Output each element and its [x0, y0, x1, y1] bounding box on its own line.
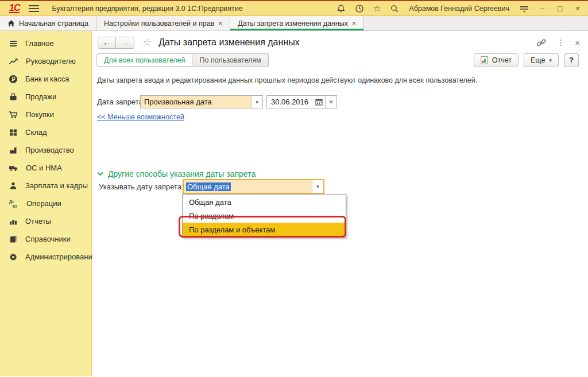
specify-date-row: Указывать дату запрета: Общая дата ▾: [96, 179, 588, 195]
ruble-icon: [9, 75, 18, 84]
gear-icon: [9, 252, 18, 262]
sidebar-item-payroll-hr[interactable]: Зарплата и кадры: [0, 177, 91, 195]
home-icon: [7, 20, 15, 27]
restriction-date-row: Дата запрета: Произвольная дата ▾ 30.06.…: [96, 95, 588, 109]
factory-icon: [9, 146, 18, 155]
date-mode-combobox[interactable]: Произвольная дата ▾: [140, 95, 263, 108]
form-toolbar: Для всех пользователей По пользователям …: [96, 53, 579, 67]
close-tab-icon[interactable]: ×: [218, 20, 222, 28]
less-options-link[interactable]: << Меньше возможностей: [97, 113, 184, 121]
barchart-icon: [9, 217, 18, 226]
window-title: Бухгалтерия предприятия, редакция 3.0 1С…: [52, 5, 242, 13]
description-text: Даты запрета ввода и редактирования данн…: [97, 76, 477, 84]
specify-date-combobox[interactable]: Общая дата ▾: [183, 179, 324, 194]
books-icon: [9, 235, 18, 244]
toggle-by-users[interactable]: По пользователям: [192, 53, 268, 67]
date-input[interactable]: 30.06.2016 ×: [266, 95, 337, 108]
svg-text:Кт: Кт: [13, 204, 17, 208]
truck-icon: [9, 164, 18, 173]
1c-logo: 1С: [9, 3, 20, 13]
service-settings-icon[interactable]: [519, 3, 529, 13]
trend-icon: [9, 57, 18, 66]
more-button[interactable]: Еще ▾: [524, 53, 559, 67]
form-header: ← → ☆ Даты запрета изменения данных ⋮ ×: [98, 36, 580, 49]
kebab-menu-icon[interactable]: ⋮: [556, 38, 564, 47]
clear-date-icon[interactable]: ×: [325, 96, 336, 108]
close-form-icon[interactable]: ×: [575, 38, 580, 48]
notifications-bell-icon[interactable]: [336, 3, 346, 13]
minimize-button[interactable]: –: [537, 4, 547, 13]
chevron-down-icon: ▾: [549, 57, 552, 63]
person-icon: [9, 181, 18, 191]
main-menu-icon[interactable]: [29, 5, 39, 12]
sections-panel: Главное Руководителю Банк и касса Продаж…: [0, 31, 92, 376]
favorites-star-icon[interactable]: ☆: [373, 4, 381, 13]
tab-restriction-dates[interactable]: Даты запрета изменения данных ×: [230, 16, 364, 30]
grid-icon: [9, 128, 18, 137]
sidebar-item-main[interactable]: Главное: [0, 34, 91, 52]
nav-back-button[interactable]: ←: [98, 37, 116, 49]
dtkt-icon: ДтКт: [9, 199, 19, 208]
history-icon[interactable]: [355, 3, 365, 13]
sidebar-item-directories[interactable]: Справочники: [0, 230, 91, 248]
window-titlebar: 1С Бухгалтерия предприятия, редакция 3.0…: [0, 1, 588, 16]
sidebar-item-fixed-assets[interactable]: ОС и НМА: [0, 159, 91, 177]
sidebar-item-reports[interactable]: Отчеты: [0, 212, 91, 230]
sidebar-item-administration[interactable]: Администрирование: [0, 248, 91, 266]
cart-icon: [9, 110, 18, 119]
current-user[interactable]: Абрамов Геннадий Сергеевич: [409, 5, 509, 13]
menu-icon: [9, 39, 18, 48]
report-button[interactable]: Отчет: [474, 53, 519, 67]
sidebar-item-purchases[interactable]: Покупки: [0, 106, 91, 123]
add-favorite-star-icon[interactable]: ☆: [142, 37, 152, 48]
search-icon[interactable]: [389, 3, 399, 13]
dropdown-option[interactable]: Общая дата: [183, 195, 346, 209]
tab-user-settings[interactable]: Настройки пользователей и прав ×: [96, 16, 230, 30]
date-field-label: Дата запрета:: [97, 98, 145, 106]
specify-date-label: Указывать дату запрета:: [99, 182, 184, 191]
form-restriction-dates: ← → ☆ Даты запрета изменения данных ⋮ × …: [92, 31, 588, 376]
chevron-down-icon: [97, 172, 103, 176]
combo-arrow-icon[interactable]: ▾: [251, 96, 262, 108]
page-title: Даты запрета изменения данных: [158, 37, 300, 48]
nav-forward-button[interactable]: →: [116, 37, 134, 49]
selected-text: Общая дата: [186, 182, 231, 191]
get-link-icon[interactable]: [536, 38, 546, 47]
help-button[interactable]: ?: [564, 53, 579, 67]
other-methods-section-header[interactable]: Другие способы указания даты запрета: [97, 169, 256, 178]
report-doc-icon: [481, 56, 488, 64]
sidebar-item-manager[interactable]: Руководителю: [0, 52, 91, 70]
dropdown-option[interactable]: По разделам: [183, 209, 346, 223]
sidebar-item-production[interactable]: Производство: [0, 141, 91, 159]
close-window-button[interactable]: ×: [573, 4, 582, 13]
combo-arrow-icon[interactable]: ▾: [312, 180, 323, 193]
sidebar-item-sales[interactable]: Продажи: [0, 88, 91, 106]
tab-home[interactable]: Начальная страница: [0, 16, 96, 30]
specify-date-dropdown-list: Общая дата По разделам По разделам и объ…: [182, 194, 346, 238]
close-tab-icon[interactable]: ×: [352, 20, 356, 28]
calendar-icon[interactable]: [312, 98, 325, 106]
toggle-all-users[interactable]: Для всех пользователей: [96, 53, 192, 67]
dropdown-option-highlighted[interactable]: По разделам и объектам: [183, 223, 346, 236]
sidebar-item-operations[interactable]: ДтКт Операции: [0, 195, 91, 212]
bag-icon: [9, 92, 18, 102]
sidebar-item-warehouse[interactable]: Склад: [0, 123, 91, 141]
maximize-button[interactable]: □: [555, 4, 564, 13]
sidebar-item-bank-cash[interactable]: Банк и касса: [0, 70, 91, 88]
open-tabs-bar: Начальная страница Настройки пользовател…: [0, 16, 588, 31]
